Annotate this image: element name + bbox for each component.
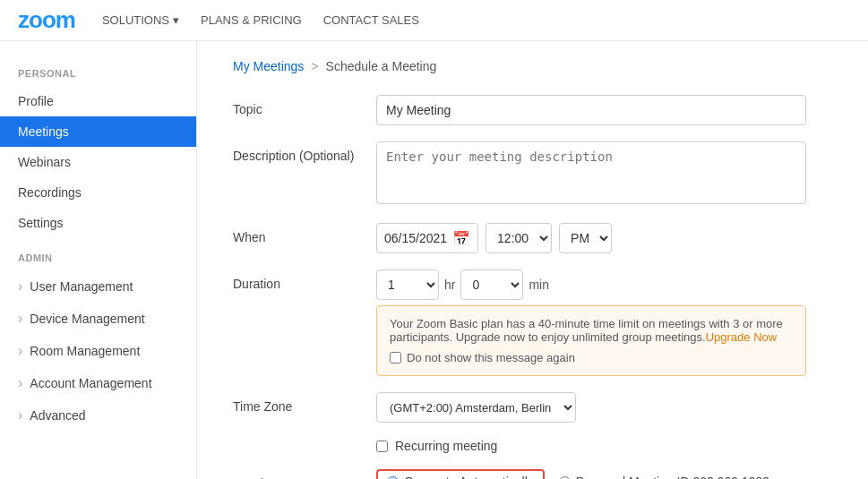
- calendar-icon: 📅: [452, 230, 470, 247]
- description-control: [376, 141, 806, 207]
- do-not-show-checkbox[interactable]: [390, 352, 401, 364]
- do-not-show-label: Do not show this message again: [407, 351, 575, 364]
- sidebar-item-recordings[interactable]: Recordings: [0, 177, 196, 208]
- recurring-row: Recurring meeting: [233, 439, 832, 453]
- admin-section-label: ADMIN: [0, 252, 196, 270]
- sidebar-item-webinars[interactable]: Webinars: [0, 147, 196, 177]
- topic-row: Topic: [233, 95, 832, 125]
- recurring-checkbox[interactable]: [376, 441, 388, 452]
- main-content: My Meetings > Schedule a Meeting Topic D…: [197, 41, 868, 479]
- logo: zoom: [18, 6, 75, 34]
- timezone-select[interactable]: (GMT+2:00) Amsterdam, Berlin: [376, 392, 576, 423]
- meeting-id-control: Generate Automatically Personal Meeting …: [376, 469, 806, 479]
- sidebar-item-meetings[interactable]: Meetings: [0, 116, 196, 147]
- duration-row: Duration 1 2 hr 0 15 30 45 min: [233, 269, 832, 376]
- topic-label: Topic: [233, 95, 376, 116]
- hr-label: hr: [444, 278, 455, 292]
- nav-links: SOLUTIONS ▾ PLANS & PRICING CONTACT SALE…: [102, 13, 419, 27]
- personal-id-label: Personal Meeting ID 203 969 1982: [576, 475, 769, 479]
- duration-label: Duration: [233, 269, 376, 291]
- time-select[interactable]: 12:00: [486, 223, 552, 253]
- breadcrumb: My Meetings > Schedule a Meeting: [233, 59, 832, 73]
- warning-box: Your Zoom Basic plan has a 40-minute tim…: [376, 305, 806, 376]
- nav-contact[interactable]: CONTACT SALES: [323, 13, 419, 27]
- sidebar-item-settings[interactable]: Settings: [0, 208, 196, 238]
- sidebar: PERSONAL Profile Meetings Webinars Recor…: [0, 41, 197, 479]
- sidebar-item-account-management[interactable]: Account Management: [0, 367, 196, 399]
- ampm-select[interactable]: PM AM: [559, 223, 612, 253]
- topic-input[interactable]: [376, 95, 806, 125]
- duration-min-select[interactable]: 0 15 30 45: [460, 269, 523, 300]
- meeting-id-label: Meeting ID: [233, 469, 376, 479]
- nav-plans[interactable]: PLANS & PRICING: [201, 13, 302, 27]
- sidebar-item-user-management[interactable]: User Management: [0, 270, 196, 303]
- description-row: Description (Optional): [233, 141, 832, 207]
- nav-solutions[interactable]: SOLUTIONS ▾: [102, 13, 179, 27]
- recurring-label: Recurring meeting: [395, 439, 497, 453]
- duration-hr-select[interactable]: 1 2: [376, 269, 439, 300]
- meeting-id-row: Meeting ID Generate Automatically Person…: [233, 469, 832, 479]
- generate-label: Generate Automatically: [404, 475, 534, 479]
- description-label: Description (Optional): [233, 141, 376, 163]
- personal-section-label: PERSONAL: [0, 68, 196, 86]
- generate-automatically-radio[interactable]: [387, 476, 399, 480]
- when-label: When: [233, 223, 376, 244]
- when-control: 06/15/2021 📅 12:00 PM AM: [376, 223, 806, 253]
- do-not-show-row: Do not show this message again: [390, 351, 793, 364]
- upgrade-link[interactable]: Upgrade Now: [706, 330, 778, 344]
- timezone-label: Time Zone: [233, 392, 376, 414]
- duration-control: 1 2 hr 0 15 30 45 min Your Zoom Basic pl…: [376, 269, 806, 376]
- description-textarea[interactable]: [376, 141, 806, 204]
- breadcrumb-separator: >: [311, 59, 318, 73]
- breadcrumb-link[interactable]: My Meetings: [233, 59, 304, 73]
- min-label: min: [529, 278, 549, 292]
- duration-inputs: 1 2 hr 0 15 30 45 min: [376, 269, 806, 300]
- breadcrumb-current: Schedule a Meeting: [326, 59, 437, 73]
- personal-meeting-id-radio[interactable]: [559, 476, 571, 480]
- personal-meeting-id-option[interactable]: Personal Meeting ID 203 969 1982: [559, 475, 769, 479]
- meeting-id-options: Generate Automatically Personal Meeting …: [376, 469, 806, 479]
- sidebar-item-device-management[interactable]: Device Management: [0, 303, 196, 335]
- layout: PERSONAL Profile Meetings Webinars Recor…: [0, 41, 868, 479]
- timezone-control: (GMT+2:00) Amsterdam, Berlin: [376, 392, 806, 423]
- top-nav: zoom SOLUTIONS ▾ PLANS & PRICING CONTACT…: [0, 0, 868, 41]
- sidebar-item-advanced[interactable]: Advanced: [0, 399, 196, 432]
- timezone-row: Time Zone (GMT+2:00) Amsterdam, Berlin: [233, 392, 832, 423]
- when-row: When 06/15/2021 📅 12:00 PM AM: [233, 223, 832, 253]
- topic-control: [376, 95, 806, 125]
- sidebar-item-room-management[interactable]: Room Management: [0, 335, 196, 367]
- sidebar-item-profile[interactable]: Profile: [0, 86, 196, 116]
- chevron-down-icon: ▾: [173, 13, 179, 27]
- generate-automatically-option[interactable]: Generate Automatically: [376, 469, 545, 479]
- datetime-row: 06/15/2021 📅 12:00 PM AM: [376, 223, 806, 253]
- date-value: 06/15/2021: [384, 231, 447, 245]
- date-input-wrap[interactable]: 06/15/2021 📅: [376, 223, 478, 253]
